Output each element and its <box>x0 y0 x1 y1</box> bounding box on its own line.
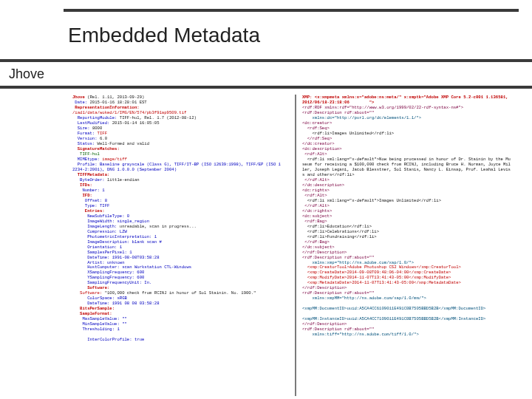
r-seq: <rdf:Seq> <box>302 126 330 131</box>
l-dt2: DateTime: 1991 08 08 03:58:28 <box>87 301 159 306</box>
l-sigm: SignatureMatches: <box>78 146 120 151</box>
l-mime: image/tiff <box>102 157 127 162</box>
r-rdf: <rdf:RDF xmlns:rdf="http://www.w3.org/19… <box>302 105 463 110</box>
l-rm: TIFF-hul, Rel. 1.7 (2012-08-12) <box>120 115 197 120</box>
r-altc: </rdf:Alt> <box>302 177 330 183</box>
r-dli: <rdf:li xml:lang="x-default">Now being p… <box>302 157 511 177</box>
l-fmt: TIFF <box>98 131 107 136</box>
xmp-output-right: XMP: <x:xmpmeta xmlns:x="adobe:ns:meta/"… <box>302 95 519 396</box>
l-rep: RepresentationInformation: <box>75 105 139 110</box>
r-dccc: </dc:creator> <box>302 141 335 146</box>
l-lm: 2015-01-14 16:05:05 <box>112 120 160 126</box>
l-art: Artist: unknown <box>87 260 124 265</box>
r-tiffns: xmlns:tiff="http://ns.adobe.com/tiff/1.0… <box>302 332 419 337</box>
title-band: Embedded Metadata <box>64 15 519 56</box>
r-dcc: <dc:creator> <box>302 120 332 126</box>
l-sz: 8000 <box>92 126 102 131</box>
l-xsf: XSamplingFrequency: 600 <box>87 270 144 275</box>
r-iid: <xmpMM:InstanceID>uuid:A5CA4CC7109011E49… <box>302 316 485 321</box>
r-a2c: </rdf:Alt> <box>302 203 330 208</box>
l-off: Offset: 8 <box>85 198 107 203</box>
xmp-text: XMP: <x:xmpmeta xmlns:x="adobe:ns:meta/"… <box>302 95 511 337</box>
l-swh: Software: <box>87 285 109 290</box>
l-ifds: IFDs: <box>80 183 92 188</box>
l-or: Orientation: 1 <box>87 245 122 250</box>
r-d3c: </rdf:Description> <box>302 321 347 327</box>
r-mdt: <xmp:MetadataDate>2014-11-07T13:41:43-05… <box>302 280 461 285</box>
l-ver: 6.0 <box>100 136 107 141</box>
subtitle: Jhove <box>9 66 44 82</box>
l-max: MaxSampleValue: "" <box>82 316 126 321</box>
r-seqc: </rdf:Seq> <box>302 136 332 141</box>
r-dso: <dc:subject> <box>302 214 332 219</box>
r-ddo: <dc:description> <box>302 146 342 151</box>
l-th: Thresholding: 1 <box>82 327 119 332</box>
l-nst: NewSubfileType: 0 <box>87 214 129 219</box>
r-ddc: </dc:description> <box>302 183 344 188</box>
l-ysf: YSamplingFrequency: 600 <box>87 275 144 280</box>
r-dro: <dc:rights> <box>302 188 330 193</box>
l-sfu: SamplingFrequencyUnit: In. <box>87 280 151 285</box>
l-sf: SampleFormat: <box>80 311 112 316</box>
slide-title: Embedded Metadata <box>64 24 260 47</box>
l-spp: SamplesPerPixel: 1 <box>87 250 132 255</box>
r-d4o: <rdf:Description rdf:about="" <box>302 327 374 332</box>
r-d2c: </rdf:Description> <box>302 285 347 290</box>
l-comp: Compression: LZW <box>87 229 127 234</box>
r-bl2: <rdf:li>Celebrations</rdf:li> <box>302 229 379 234</box>
l-uri: /iad1/data/woked/1/IMG/EN/574/pb3f91ap95… <box>72 110 186 115</box>
l-num: Number: 1 <box>82 188 104 193</box>
r-md: <xmp:ModifyDate>2014-11-07T13:41:43-05:0… <box>302 275 451 280</box>
r-rli: <rdf:li xml:lang="x-default">Images Unli… <box>302 198 441 203</box>
l-min: MinSampleValue: "" <box>82 321 126 327</box>
r-bago: <rdf:Bag> <box>302 219 327 224</box>
r-dc: xmlns:dc="http://purl.org/dc/elements/1.… <box>302 115 421 120</box>
l-dt: DateTime: 1991-08-08T03:58:28 <box>87 255 159 260</box>
r-d3o: <rdf:Description rdf:about="" <box>302 290 374 296</box>
l-sig: TIFF-hul <box>80 151 100 157</box>
subtitle-band: Jhove <box>0 59 532 89</box>
r-bl3: <rdf:li>Fundraising</rdf:li> <box>302 234 377 239</box>
r-cd: <xmp:CreateDate>2014-09-08T09:48:06-04:0… <box>302 270 451 275</box>
jhove-output-left: Jhove (Rel. 1.11, 2013-09-29) Date: 2015… <box>72 95 289 396</box>
l-type: Type: TIFF <box>85 203 110 208</box>
r-d2o: <rdf:Description rdf:about="" <box>302 255 374 260</box>
l-il: unreadable, scan in progress... <box>120 224 197 229</box>
l-pi: PhotometricInterpretation: 1 <box>87 234 157 239</box>
l-ifdh: IFD: <box>82 193 92 198</box>
r-header: XMP: <x:xmpmeta xmlns:x="adobe:ns:meta/"… <box>302 95 511 105</box>
l-bo: little-endian <box>107 177 140 183</box>
metadata-columns: Jhove (Rel. 1.11, 2013-09-29) Date: 2015… <box>72 95 519 396</box>
r-did: <xmpMM:DocumentID>uuid:A5CA4CC6109011E49… <box>302 306 485 311</box>
r-a2o: <rdf:Alt> <box>302 193 327 198</box>
l-sw: "100,000 check from RCINJ in honor of So… <box>105 290 256 296</box>
l-ent: Entries: <box>85 208 105 214</box>
r-ct: <xmp:CreatorTool>Adobe Photoshop CS2 Win… <box>302 265 461 270</box>
r-drc: </dc:rights> <box>302 208 332 214</box>
r-bl1: <rdf:li>Education</rdf:li> <box>302 224 372 229</box>
top-rule <box>64 9 519 12</box>
r-xmp: xmlns:xmp="http://ns.adobe.com/xap/1.0/"… <box>302 260 414 265</box>
r-d1c: </rdf:Description> <box>302 250 347 255</box>
l-icc: InterColorProfile: true <box>87 337 144 342</box>
r-alto: <rdf:Alt> <box>302 151 327 157</box>
r-d1o: <rdf:Description rdf:about="" <box>302 110 374 115</box>
l-rel: (Rel. 1.11, 2013-09-29) <box>87 95 144 100</box>
r-cli: <rdf:li>Images Unlimited</rdf:li> <box>302 131 394 136</box>
r-dsc: </dc:subject> <box>302 245 335 250</box>
l-tmh: TIFFMetadata: <box>78 172 110 177</box>
r-bagc: </rdf:Bag> <box>302 239 330 245</box>
l-st: Well-Formed and valid <box>98 141 150 146</box>
l-prof: Profile: Baseline grayscale (Class G), T… <box>72 162 281 172</box>
l-date: 2015-01-16 18:28:01 EST <box>90 100 147 105</box>
r-mm: xmlns:xmpMM="http://ns.adobe.com/xap/1.0… <box>302 296 426 301</box>
jhove-text: Jhove (Rel. 1.11, 2013-09-29) Date: 2015… <box>72 95 282 342</box>
l-cs: ColorSpace: sRGB <box>87 296 127 301</box>
column-divider <box>295 95 296 396</box>
l-idesc: ImageDescription: blank scan # <box>87 239 162 245</box>
l-bps: BitsPerSample: <box>80 306 115 311</box>
l-iw: ImageWidth: single_region <box>87 219 149 224</box>
l-hc: HostComputer: scan Workstation CTL-Windo… <box>87 265 191 270</box>
